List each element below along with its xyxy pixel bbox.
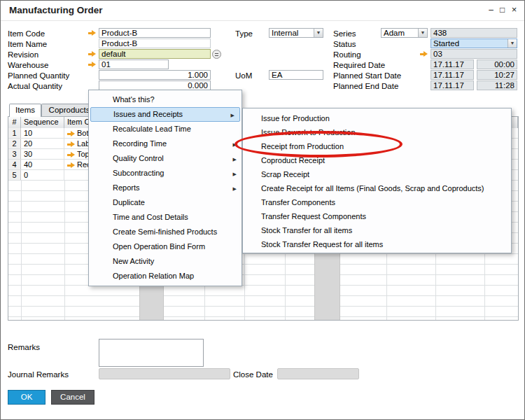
menu-item-label: Time and Cost Details [113, 213, 188, 221]
row-sequence: 30 [21, 149, 64, 159]
menu-item-issues-and-receipts[interactable]: Issues and Receipts ▶ [90, 107, 240, 122]
dropdown-arrow-icon[interactable]: ▼ [418, 29, 427, 37]
journal-remarks-field[interactable] [99, 368, 230, 379]
menu-item-label: Create Semi-finished Products [113, 227, 217, 236]
row-number: 3 [8, 149, 21, 159]
menu-item-label: Recalculate Lead Time [113, 125, 191, 133]
required-time-field[interactable]: 00:00 [477, 59, 517, 69]
status-select[interactable]: Started ▼ [430, 38, 517, 48]
menu-item-label: Open Operation Bind Form [113, 242, 205, 251]
remarks-textarea[interactable] [99, 339, 204, 367]
menu-item-label: Quality Control [113, 154, 164, 162]
submenu-item-issue-for-production[interactable]: Issue for Production [243, 111, 511, 125]
dropdown-arrow-icon[interactable]: ▼ [314, 29, 323, 37]
submenu-arrow-icon: ▶ [233, 166, 237, 181]
submenu-item-stock-transfer-for-all-items[interactable]: Stock Transfer for all items [243, 223, 511, 237]
status-label: Status [333, 40, 356, 49]
menu-item-label: Operation Relation Map [113, 272, 194, 280]
submenu-arrow-icon: ▶ [233, 181, 237, 195]
uom-field[interactable]: EA [269, 70, 323, 80]
row-sequence: 20 [21, 139, 64, 148]
planned-end-time-field[interactable]: 11:28 [477, 80, 517, 90]
routing-field[interactable]: 03 [430, 49, 517, 59]
submenu-item-stock-transfer-request-for-all-items[interactable]: Stock Transfer Request for all items [243, 237, 511, 251]
title-bar: Manufacturing Order – □ × [1, 1, 524, 21]
routing-link-arrow-icon[interactable] [420, 51, 428, 57]
ok-button[interactable]: OK [8, 390, 46, 405]
type-label: Type [235, 29, 253, 38]
warehouse-field[interactable]: 01 [99, 59, 169, 69]
context-menu: What's this? Issues and Receipts ▶ Recal… [88, 90, 242, 286]
menu-item-recording-time[interactable]: Recording Time ▶ [89, 136, 241, 151]
cancel-button[interactable]: Cancel [51, 390, 94, 405]
actual-quantity-field[interactable]: 0.000 [99, 80, 211, 90]
required-date-field[interactable]: 17.11.17 [430, 59, 474, 69]
close-icon[interactable]: × [509, 4, 519, 15]
series-value: Adam [384, 29, 405, 37]
row-number: 4 [8, 160, 21, 169]
warehouse-link-arrow-icon[interactable] [88, 62, 96, 67]
planned-quantity-field[interactable]: 1.000 [99, 70, 211, 80]
link-arrow-icon[interactable] [67, 162, 75, 168]
type-value: Internal [272, 29, 298, 37]
item-code-link-arrow-icon[interactable] [88, 30, 96, 36]
menu-item-label: What's this? [113, 95, 155, 104]
row-number: 1 [8, 128, 21, 138]
menu-item-operation-relation-map[interactable]: Operation Relation Map [89, 269, 241, 284]
close-date-field[interactable] [277, 368, 359, 379]
menu-item-subcontracting[interactable]: Subcontracting ▶ [89, 166, 241, 181]
uom-label: UoM [235, 71, 252, 80]
row-sequence: 0 [21, 170, 64, 180]
menu-item-recalculate-lead-time[interactable]: Recalculate Lead Time [89, 122, 241, 136]
link-arrow-icon[interactable] [67, 152, 75, 158]
submenu-item-transfer-request-components[interactable]: Transfer Request Components [243, 209, 511, 223]
link-arrow-icon[interactable] [67, 131, 75, 136]
maximize-icon[interactable]: □ [497, 4, 507, 15]
menu-item-label: Reports [113, 183, 140, 192]
submenu-item-label: Issue for Production [261, 114, 330, 122]
row-sequence: 10 [21, 128, 64, 138]
submenu-item-scrap-receipt[interactable]: Scrap Receipt [243, 167, 511, 181]
revision-link-arrow-icon[interactable] [88, 51, 96, 57]
tab-items[interactable]: Items [9, 104, 41, 117]
warehouse-label: Warehouse [8, 61, 48, 70]
dropdown-arrow-icon[interactable]: ▼ [507, 39, 517, 48]
revision-field[interactable]: default [99, 49, 211, 59]
submenu-item-label: Create Receipt for all Items (Final Good… [261, 184, 484, 192]
required-date-label: Required Date [333, 61, 385, 70]
manufacturing-order-window: Manufacturing Order – □ × Item Code Prod… [0, 0, 525, 420]
series-number-field: 438 [430, 28, 517, 38]
planned-start-date-field[interactable]: 17.11.17 [430, 70, 474, 80]
planned-start-time-field[interactable]: 10:27 [477, 70, 517, 80]
menu-item-time-and-cost-details[interactable]: Time and Cost Details [89, 210, 241, 225]
edit-icon[interactable] [212, 50, 221, 59]
col-header-number[interactable]: # [8, 117, 21, 128]
window-title: Manufacturing Order [9, 5, 103, 15]
row-sequence: 40 [21, 160, 64, 169]
minimize-icon[interactable]: – [486, 4, 496, 15]
planned-start-date-label: Planned Start Date [333, 71, 401, 80]
type-select[interactable]: Internal ▼ [269, 28, 323, 38]
link-arrow-icon[interactable] [67, 141, 75, 147]
menu-item-new-activity[interactable]: New Activity [89, 254, 241, 269]
submenu-arrow-icon: ▶ [233, 151, 237, 166]
planned-quantity-label: Planned Quantity [8, 71, 69, 80]
menu-item-reports[interactable]: Reports ▶ [89, 181, 241, 195]
close-date-label: Close Date [233, 370, 273, 379]
submenu-item-transfer-components[interactable]: Transfer Components [243, 195, 511, 209]
item-code-field[interactable]: Product-B [99, 28, 211, 38]
submenu-item-label: Scrap Receipt [261, 170, 309, 178]
planned-end-date-label: Planned End Date [333, 82, 398, 91]
menu-item-duplicate[interactable]: Duplicate [89, 195, 241, 210]
planned-end-date-field[interactable]: 17.11.17 [430, 80, 474, 90]
menu-item-quality-control[interactable]: Quality Control ▶ [89, 151, 241, 166]
menu-item-open-operation-bind-form[interactable]: Open Operation Bind Form [89, 239, 241, 254]
series-select[interactable]: Adam ▼ [381, 28, 428, 38]
menu-item-create-semi-finished-products[interactable]: Create Semi-finished Products [89, 225, 241, 239]
item-name-field[interactable]: Product-B [99, 38, 211, 48]
submenu-item-create-receipt-for-all-items[interactable]: Create Receipt for all Items (Final Good… [243, 181, 511, 195]
col-header-sequence[interactable]: Sequence [21, 117, 64, 128]
menu-item-whats-this[interactable]: What's this? [89, 92, 241, 107]
row-item-label: Bot [77, 129, 89, 137]
submenu-item-label: Transfer Request Components [261, 212, 366, 220]
